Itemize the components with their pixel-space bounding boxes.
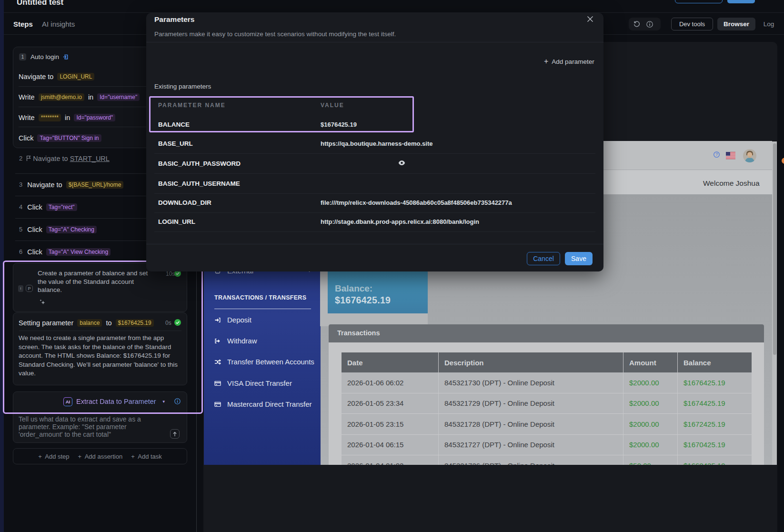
- svg-text:?: ?: [715, 152, 718, 157]
